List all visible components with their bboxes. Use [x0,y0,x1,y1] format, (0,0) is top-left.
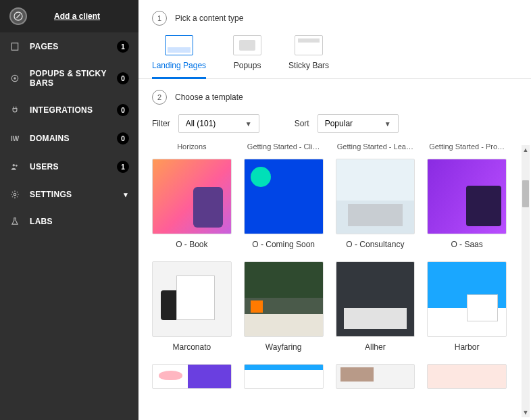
tab-thumb-icon [165,35,193,55]
template-name: Horizons [152,142,232,151]
pages-icon [9,41,20,52]
tab-label: Sticky Bars [288,61,329,70]
template-name: Getting Started - Cli… [244,142,324,151]
step-number: 2 [152,90,167,105]
template-card[interactable]: Harbor [427,261,507,352]
nav-list: PAGES 1 POPUPS & STICKY BARS 0 INTEGRATI… [0,32,138,235]
svg-point-4 [13,164,16,167]
tab-thumb-icon [295,35,323,55]
tab-thumb-icon [233,35,261,55]
template-card[interactable] [152,364,232,389]
template-card[interactable] [427,364,507,389]
step-number: 1 [152,11,167,26]
template-name: Marconato [152,342,232,352]
template-name: Getting Started - Lea… [336,142,415,151]
template-card[interactable]: O - Book [152,159,232,249]
template-thumbnail [427,261,507,337]
template-gallery-wrap: HorizonsGetting Started - Cli…Getting St… [138,142,531,420]
template-card[interactable] [244,364,324,389]
globe-icon: IW [9,133,20,144]
partial-titles-row: HorizonsGetting Started - Cli…Getting St… [152,142,507,151]
template-card[interactable]: Allher [336,261,415,352]
template-card[interactable]: O - Consultancy [336,159,415,249]
nav-badge: 0 [117,132,129,145]
template-thumbnail [244,159,324,234]
template-card[interactable]: Wayfaring [244,261,324,352]
scroll-up-icon[interactable]: ▲ [522,145,530,155]
template-name: O - Coming Soon [244,240,324,249]
tab-label: Landing Pages [152,61,206,70]
chevron-down-icon: ▼ [384,120,391,128]
filter-select[interactable]: All (101) ▼ [178,114,259,133]
nav-label: USERS [30,162,117,172]
template-thumbnail [152,159,232,234]
template-thumbnail [427,159,507,234]
add-client-link[interactable]: Add a client [54,11,100,21]
main-content: 1 Pick a content type Landing Pages Popu… [138,0,531,420]
scrollbar[interactable]: ▲ ▼ [522,145,530,417]
sidebar-item-users[interactable]: USERS 1 [0,153,138,181]
sort-label: Sort [295,119,309,128]
tab-popups[interactable]: Popups [233,35,261,78]
tab-label: Popups [234,61,261,70]
step-2-row: 2 Choose a template [138,79,531,105]
template-name: Allher [336,342,415,352]
tab-landing-pages[interactable]: Landing Pages [152,35,206,79]
sidebar-item-settings[interactable]: SETTINGS ▼ [0,181,138,208]
template-thumbnail [244,261,324,337]
template-name: O - Saas [427,240,507,249]
sidebar-item-domains[interactable]: IW DOMAINS 0 [0,124,138,153]
sidebar: Add a client PAGES 1 POPUPS & STICKY BAR… [0,0,138,420]
target-icon [9,73,20,84]
template-name: Wayfaring [244,342,324,352]
sidebar-item-integrations[interactable]: INTEGRATIONS 0 [0,96,138,124]
template-name: O - Consultancy [336,240,415,249]
nav-label: INTEGRATIONS [30,105,117,115]
gear-icon [9,189,20,200]
sidebar-header: Add a client [0,0,138,32]
template-card[interactable]: O - Coming Soon [244,159,324,249]
app-logo[interactable] [9,7,27,25]
template-gallery[interactable]: HorizonsGetting Started - Cli…Getting St… [138,142,520,420]
svg-rect-1 [11,43,18,51]
template-thumbnail [427,364,507,389]
sort-value: Popular [325,119,353,128]
template-name: Harbor [427,342,507,352]
scrollbar-thumb[interactable] [522,180,529,207]
sidebar-item-labs[interactable]: LABS [0,208,138,235]
template-name: Getting Started - Pro… [427,142,507,151]
filters-row: Filter All (101) ▼ Sort Popular ▼ [138,105,531,142]
template-grid: O - BookO - Coming SoonO - ConsultancyO … [152,159,507,389]
scroll-down-icon[interactable]: ▼ [522,408,530,417]
nav-label: LABS [30,217,129,226]
tab-sticky-bars[interactable]: Sticky Bars [288,35,329,78]
sidebar-item-popups-sticky-bars[interactable]: POPUPS & STICKY BARS 0 [0,61,138,96]
svg-point-6 [14,193,16,196]
template-thumbnail [244,364,324,389]
sidebar-item-pages[interactable]: PAGES 1 [0,32,138,61]
nav-badge: 1 [117,161,129,173]
plug-icon [9,105,20,115]
filter-value: All (101) [186,119,216,128]
template-name: O - Book [152,240,232,249]
nav-label: DOMAINS [30,134,117,143]
template-card[interactable]: O - Saas [427,159,507,249]
nav-badge: 0 [117,104,129,116]
svg-point-3 [14,77,16,80]
nav-label: SETTINGS [30,190,122,199]
users-icon [9,161,20,172]
logo-icon [13,11,24,22]
step-label: Pick a content type [175,14,243,23]
template-thumbnail [152,261,232,337]
step-1-row: 1 Pick a content type [138,0,531,26]
template-card[interactable]: Marconato [152,261,232,352]
template-thumbnail [336,261,415,337]
chevron-down-icon: ▼ [245,120,252,128]
chevron-down-icon: ▼ [122,191,129,199]
template-card[interactable] [336,364,415,389]
template-thumbnail [152,364,232,389]
sort-select[interactable]: Popular ▼ [318,114,399,133]
nav-badge: 0 [117,72,129,84]
svg-point-5 [16,165,18,167]
template-thumbnail [336,159,415,234]
